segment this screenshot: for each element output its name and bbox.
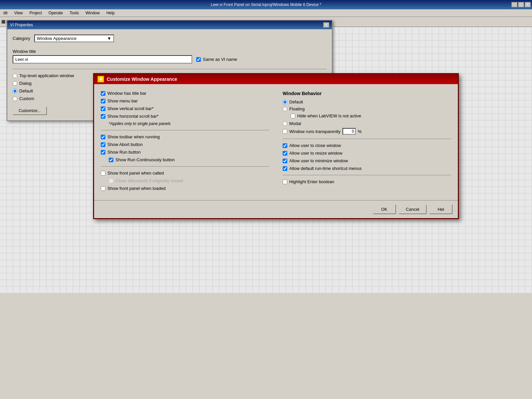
cb-toolbar-label: Show toolbar when running [107, 134, 160, 139]
window-controls: ─ □ ✕ [511, 2, 531, 7]
cb-close-after-input [109, 179, 113, 183]
window-title-row: Same as VI name [13, 55, 327, 64]
radio-toplevel-input[interactable] [13, 73, 17, 78]
category-dropdown-icon[interactable]: ▼ [107, 36, 111, 41]
customize-body: Window has title bar Show menu bar Show … [94, 84, 458, 200]
cb-allow-close: Allow user to close window [283, 143, 451, 148]
cb-menu-bar-input[interactable] [101, 99, 105, 103]
category-select[interactable]: Window Appearance ▼ [34, 35, 114, 42]
same-as-vi-checkbox[interactable] [196, 57, 201, 62]
cb-show-called: Show front panel when called [101, 171, 269, 176]
separator-right-1 [283, 139, 451, 139]
cb-menu-bar: Show menu bar [101, 98, 269, 103]
menu-help[interactable]: Help [104, 10, 117, 16]
vi-properties-title-bar: VI Properties ✕ [7, 21, 332, 29]
right-panel: Window Behavior Default Floating Hide wh… [283, 91, 451, 194]
cb-allow-shortcuts: Allow default run-time shortcut menus [283, 166, 451, 171]
cb-title-bar-input[interactable] [101, 91, 105, 96]
same-as-vi-row: Same as VI name [196, 57, 237, 62]
transparency-value-input[interactable] [342, 128, 356, 135]
menu-window[interactable]: Window [83, 10, 102, 16]
transparency-row: Window runs transparently % [283, 128, 451, 135]
cb-abort-input[interactable] [101, 142, 105, 147]
cb-allow-resize-input[interactable] [283, 151, 287, 156]
cb-allow-resize: Allow user to resize window [283, 151, 451, 156]
cb-allow-close-input[interactable] [283, 143, 287, 148]
cb-hide-labview: Hide when LabVIEW is not active [291, 113, 451, 118]
cb-hide-labview-input[interactable] [291, 114, 295, 118]
rb-default: Default [283, 99, 451, 104]
window-title-section: Window title Same as VI name [13, 49, 327, 64]
radio-custom-input[interactable] [13, 96, 17, 101]
radio-default-input[interactable] [13, 89, 17, 93]
cb-allow-minimize-label: Allow user to minimize window [289, 158, 348, 163]
cb-show-called-label: Show front panel when called [107, 171, 164, 176]
customize-icon: ⚙ [97, 76, 104, 82]
cb-hide-labview-label: Hide when LabVIEW is not active [297, 113, 361, 118]
customize-title-text: Customize Window Appearance [107, 76, 177, 82]
radio-toplevel-label: Top-level application window [19, 73, 74, 78]
cb-run-label: Show Run button [107, 150, 141, 155]
labview-title-bar: Leer.vi Front Panel on Serial.lvproj/Win… [0, 0, 532, 9]
cb-allow-shortcuts-input[interactable] [283, 166, 287, 171]
left-panel: Window has title bar Show menu bar Show … [101, 91, 269, 194]
cb-allow-shortcuts-label: Allow default run-time shortcut menus [289, 166, 361, 171]
category-row: Category Window Appearance ▼ [13, 35, 327, 42]
cb-allow-minimize-input[interactable] [283, 159, 287, 163]
restore-btn[interactable]: □ [518, 2, 524, 7]
cb-close-after-label: Close afterwards if originally closed [115, 178, 183, 183]
cb-vscroll-label: Show vertical scroll bar* [107, 106, 154, 111]
customize-button[interactable]: Customize... [13, 106, 47, 115]
close-btn[interactable]: ✕ [525, 2, 531, 7]
dialog-footer: OK Cancel Hel [94, 200, 458, 218]
rb-modal-label: Modal [289, 121, 301, 126]
minimize-btn[interactable]: ─ [511, 2, 517, 7]
menu-tools[interactable]: Tools [67, 10, 81, 16]
rb-default-input[interactable] [283, 100, 287, 104]
radio-dialog-input[interactable] [13, 81, 17, 86]
cb-highlight-label: Highlight Enter boolean [289, 179, 334, 184]
cb-run-input[interactable] [101, 150, 105, 155]
menu-edit[interactable]: dit [1, 10, 10, 16]
behavior-title: Window Behavior [283, 91, 451, 96]
cancel-button[interactable]: Cancel [399, 204, 427, 214]
window-title-label: Window title [13, 49, 327, 54]
cb-toolbar: Show toolbar when running [101, 134, 269, 139]
cb-toolbar-input[interactable] [101, 135, 105, 139]
vi-properties-title-text: VI Properties [10, 23, 33, 27]
vi-properties-close-btn[interactable]: ✕ [323, 22, 329, 28]
help-button[interactable]: Hel [429, 204, 453, 214]
cb-show-loaded: Show front panel when loaded [101, 186, 269, 191]
customize-dialog: ⚙ Customize Window Appearance Window has… [93, 73, 459, 219]
cb-run-cont-label: Show Run Continuously button [115, 157, 175, 162]
separator-right-2 [283, 175, 451, 175]
scroll-note: *Applies only to single pane panels [109, 121, 269, 126]
cb-close-after: Close afterwards if originally closed [109, 178, 269, 183]
cb-vscroll: Show vertical scroll bar* [101, 106, 269, 111]
cb-show-loaded-input[interactable] [101, 186, 105, 191]
cb-highlight-input[interactable] [283, 180, 287, 184]
category-label: Category [13, 36, 30, 41]
menu-project[interactable]: Project [27, 10, 44, 16]
cb-transparent-label: Window runs transparently [289, 129, 340, 134]
window-title-input[interactable] [13, 55, 192, 64]
cb-hscroll: Show horizontal scroll bar* [101, 114, 269, 119]
menu-operate[interactable]: Operate [47, 10, 65, 16]
customize-title-bar: ⚙ Customize Window Appearance [94, 74, 458, 84]
cb-run-cont-input[interactable] [109, 158, 113, 162]
cb-highlight: Highlight Enter boolean [283, 179, 451, 184]
rb-modal: Modal [283, 121, 451, 126]
ok-button[interactable]: OK [373, 204, 396, 214]
radio-custom-label: Custom [19, 96, 34, 101]
rb-floating-input[interactable] [283, 107, 287, 111]
cb-hscroll-input[interactable] [101, 114, 105, 119]
cb-vscroll-input[interactable] [101, 106, 105, 111]
transparency-unit: % [358, 129, 362, 134]
cb-allow-close-label: Allow user to close window [289, 143, 341, 148]
separator-left-1 [101, 130, 269, 130]
cb-transparent-input[interactable] [283, 129, 287, 134]
rb-modal-input[interactable] [283, 121, 287, 126]
menu-view[interactable]: View [12, 10, 25, 16]
cb-show-called-input[interactable] [101, 171, 105, 176]
rb-default-label: Default [289, 99, 303, 104]
